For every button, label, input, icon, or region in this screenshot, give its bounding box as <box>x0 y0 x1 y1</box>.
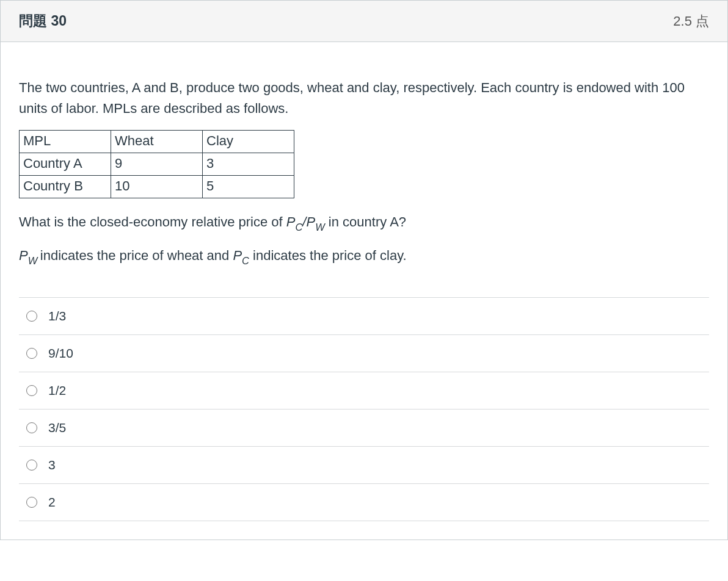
question-points: 2.5 点 <box>673 12 709 31</box>
cell-wheat-header: Wheat <box>111 131 203 153</box>
cell-country-a-wheat: 9 <box>111 153 203 176</box>
cell-country-b-label: Country B <box>20 176 111 198</box>
text-fragment: in country A? <box>325 214 406 229</box>
text-fragment: indicates the price of wheat and <box>40 248 233 263</box>
option-radio[interactable] <box>26 348 37 359</box>
question-line-2: PW indicates the price of wheat and PC i… <box>19 245 709 268</box>
table-row: Country A 9 3 <box>20 153 294 176</box>
option-row[interactable]: 2 <box>19 484 709 521</box>
option-row[interactable]: 3 <box>19 447 709 484</box>
option-label: 1/2 <box>48 383 66 398</box>
italic-p: P <box>19 248 28 263</box>
option-label: 2 <box>48 495 56 510</box>
question-body: The two countries, A and B, produce two … <box>1 42 727 540</box>
cell-mpl-header: MPL <box>20 131 111 153</box>
option-radio[interactable] <box>26 311 37 322</box>
cell-country-b-clay: 5 <box>203 176 294 198</box>
subscript-w: W <box>315 222 325 233</box>
option-label: 3 <box>48 458 56 472</box>
option-row[interactable]: 1/3 <box>19 298 709 335</box>
text-fragment: What is the closed-economy relative pric… <box>19 214 286 229</box>
option-row[interactable]: 1/2 <box>19 372 709 410</box>
subscript-w: W <box>28 255 40 266</box>
italic-p: P <box>306 214 315 229</box>
option-label: 1/3 <box>48 309 66 323</box>
question-title: 問題 30 <box>19 12 67 31</box>
cell-country-a-label: Country A <box>20 153 111 176</box>
option-radio[interactable] <box>26 385 37 396</box>
italic-p: P <box>286 214 296 229</box>
cell-country-b-wheat: 10 <box>111 176 203 198</box>
option-radio[interactable] <box>26 497 37 508</box>
options-list: 1/3 9/10 1/2 3/5 3 2 <box>19 297 709 521</box>
option-row[interactable]: 3/5 <box>19 410 709 447</box>
italic-p: P <box>233 248 242 263</box>
option-label: 3/5 <box>48 420 66 435</box>
option-radio[interactable] <box>26 460 37 471</box>
cell-country-a-clay: 3 <box>203 153 294 176</box>
option-row[interactable]: 9/10 <box>19 335 709 372</box>
table-row: MPL Wheat Clay <box>20 131 294 153</box>
option-label: 9/10 <box>48 346 73 361</box>
cell-clay-header: Clay <box>203 131 294 153</box>
table-row: Country B 10 5 <box>20 176 294 198</box>
text-fragment: indicates the price of clay. <box>249 248 407 263</box>
question-line-1: What is the closed-economy relative pric… <box>19 212 709 234</box>
question-card: 問題 30 2.5 点 The two countries, A and B, … <box>0 0 728 540</box>
subscript-c: C <box>242 255 249 266</box>
option-radio[interactable] <box>26 422 37 433</box>
subscript-c: C <box>295 222 302 233</box>
question-intro-text: The two countries, A and B, produce two … <box>19 78 709 119</box>
question-header: 問題 30 2.5 点 <box>1 1 727 42</box>
mpl-table: MPL Wheat Clay Country A 9 3 Country B 1… <box>19 130 294 198</box>
